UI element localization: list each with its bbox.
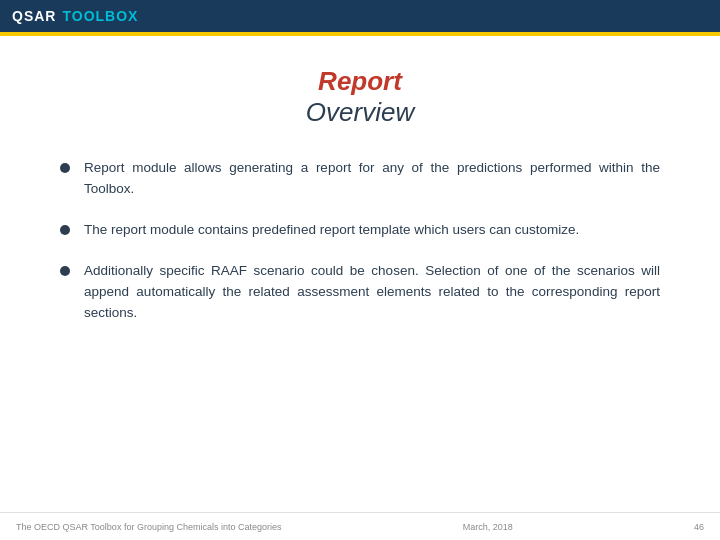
page-title-overview: Overview: [60, 97, 660, 128]
list-item: The report module contains predefined re…: [60, 220, 660, 241]
bullet-dot: [60, 266, 70, 276]
bullet-text: The report module contains predefined re…: [84, 220, 579, 241]
list-item: Report module allows generating a report…: [60, 158, 660, 200]
title-section: Report Overview: [60, 66, 660, 128]
footer-right: 46: [694, 522, 704, 532]
bullet-dot: [60, 163, 70, 173]
bullet-list: Report module allows generating a report…: [60, 158, 660, 324]
bullet-text: Report module allows generating a report…: [84, 158, 660, 200]
main-content: Report Overview Report module allows gen…: [0, 36, 720, 364]
bullet-text: Additionally specific RAAF scenario coul…: [84, 261, 660, 324]
logo-qsar: QSAR: [12, 8, 56, 24]
footer: The OECD QSAR Toolbox for Grouping Chemi…: [0, 512, 720, 540]
page-title-report: Report: [60, 66, 660, 97]
list-item: Additionally specific RAAF scenario coul…: [60, 261, 660, 324]
bullet-dot: [60, 225, 70, 235]
footer-center: March, 2018: [463, 522, 513, 532]
footer-left: The OECD QSAR Toolbox for Grouping Chemi…: [16, 522, 281, 532]
header-bar: QSAR TOOLBOX: [0, 0, 720, 32]
logo-toolbox: TOOLBOX: [62, 8, 138, 24]
